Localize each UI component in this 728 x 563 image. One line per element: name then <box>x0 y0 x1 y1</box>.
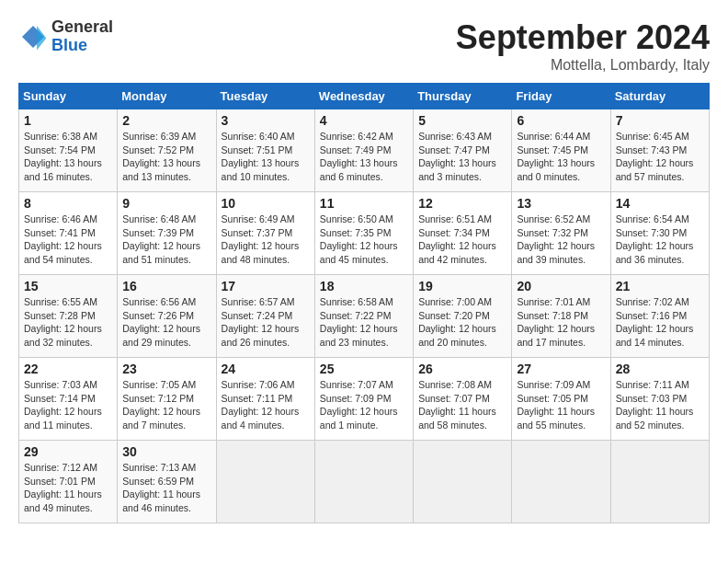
calendar-cell <box>610 441 709 523</box>
day-info: Sunrise: 6:58 AM Sunset: 7:22 PM Dayligh… <box>320 295 408 350</box>
day-number: 27 <box>517 362 605 376</box>
day-number: 8 <box>24 196 112 211</box>
day-number: 20 <box>517 279 605 293</box>
calendar-cell <box>314 441 413 523</box>
day-number: 7 <box>616 113 704 128</box>
day-number: 19 <box>418 279 506 293</box>
week-row-4: 22Sunrise: 7:03 AM Sunset: 7:14 PM Dayli… <box>19 358 710 441</box>
calendar-cell: 15Sunrise: 6:55 AM Sunset: 7:28 PM Dayli… <box>19 275 118 358</box>
day-number: 12 <box>418 196 506 211</box>
day-number: 15 <box>24 279 112 293</box>
day-info: Sunrise: 6:40 AM Sunset: 7:51 PM Dayligh… <box>222 130 310 184</box>
day-info: Sunrise: 7:03 AM Sunset: 7:14 PM Dayligh… <box>24 378 112 432</box>
calendar-cell: 20Sunrise: 7:01 AM Sunset: 7:18 PM Dayli… <box>512 275 610 358</box>
day-info: Sunrise: 6:54 AM Sunset: 7:30 PM Dayligh… <box>616 213 704 267</box>
day-info: Sunrise: 6:48 AM Sunset: 7:39 PM Dayligh… <box>122 213 210 267</box>
day-of-week-tuesday: Tuesday <box>216 84 314 109</box>
day-info: Sunrise: 6:43 AM Sunset: 7:47 PM Dayligh… <box>418 130 506 184</box>
svg-marker-1 <box>37 26 46 50</box>
logo-general: General <box>51 18 113 37</box>
day-info: Sunrise: 6:55 AM Sunset: 7:28 PM Dayligh… <box>24 295 112 350</box>
day-number: 24 <box>222 362 310 376</box>
day-info: Sunrise: 7:09 AM Sunset: 7:05 PM Dayligh… <box>517 378 605 432</box>
day-info: Sunrise: 6:57 AM Sunset: 7:24 PM Dayligh… <box>222 295 310 350</box>
calendar-table: SundayMondayTuesdayWednesdayThursdayFrid… <box>18 83 710 523</box>
calendar-body: 1Sunrise: 6:38 AM Sunset: 7:54 PM Daylig… <box>19 109 710 523</box>
day-info: Sunrise: 7:00 AM Sunset: 7:20 PM Dayligh… <box>418 295 506 350</box>
day-number: 14 <box>616 196 704 211</box>
day-info: Sunrise: 7:01 AM Sunset: 7:18 PM Dayligh… <box>517 295 605 350</box>
day-info: Sunrise: 6:46 AM Sunset: 7:41 PM Dayligh… <box>24 213 112 267</box>
day-info: Sunrise: 6:50 AM Sunset: 7:35 PM Dayligh… <box>320 213 408 267</box>
week-row-1: 1Sunrise: 6:38 AM Sunset: 7:54 PM Daylig… <box>19 109 710 192</box>
day-number: 9 <box>122 196 210 211</box>
calendar-cell: 28Sunrise: 7:11 AM Sunset: 7:03 PM Dayli… <box>610 358 709 441</box>
day-number: 2 <box>122 113 210 128</box>
calendar-cell: 11Sunrise: 6:50 AM Sunset: 7:35 PM Dayli… <box>314 192 413 275</box>
calendar-cell <box>414 441 512 523</box>
week-row-3: 15Sunrise: 6:55 AM Sunset: 7:28 PM Dayli… <box>19 275 710 358</box>
calendar-cell: 23Sunrise: 7:05 AM Sunset: 7:12 PM Dayli… <box>118 358 216 441</box>
title-area: September 2024 Mottella, Lombardy, Italy <box>456 18 710 74</box>
day-number: 21 <box>616 279 704 293</box>
calendar-cell: 21Sunrise: 7:02 AM Sunset: 7:16 PM Dayli… <box>610 275 709 358</box>
day-of-week-thursday: Thursday <box>414 84 512 109</box>
day-info: Sunrise: 7:05 AM Sunset: 7:12 PM Dayligh… <box>122 378 210 432</box>
day-number: 1 <box>24 113 112 128</box>
day-info: Sunrise: 7:12 AM Sunset: 7:01 PM Dayligh… <box>24 461 112 515</box>
day-info: Sunrise: 6:45 AM Sunset: 7:43 PM Dayligh… <box>616 130 704 184</box>
day-info: Sunrise: 7:08 AM Sunset: 7:07 PM Dayligh… <box>418 378 506 432</box>
day-number: 10 <box>222 196 310 211</box>
day-info: Sunrise: 7:06 AM Sunset: 7:11 PM Dayligh… <box>222 378 310 432</box>
calendar-header: SundayMondayTuesdayWednesdayThursdayFrid… <box>19 84 710 109</box>
calendar-cell <box>216 441 314 523</box>
calendar-cell: 10Sunrise: 6:49 AM Sunset: 7:37 PM Dayli… <box>216 192 314 275</box>
day-info: Sunrise: 6:39 AM Sunset: 7:52 PM Dayligh… <box>122 130 210 184</box>
day-number: 29 <box>24 444 112 459</box>
calendar-cell <box>512 441 610 523</box>
day-number: 17 <box>222 279 310 293</box>
calendar-cell: 22Sunrise: 7:03 AM Sunset: 7:14 PM Dayli… <box>19 358 118 441</box>
day-info: Sunrise: 6:49 AM Sunset: 7:37 PM Dayligh… <box>222 213 310 267</box>
day-of-week-monday: Monday <box>118 84 216 109</box>
day-info: Sunrise: 7:13 AM Sunset: 6:59 PM Dayligh… <box>122 461 210 515</box>
day-info: Sunrise: 6:42 AM Sunset: 7:49 PM Dayligh… <box>320 130 408 184</box>
day-info: Sunrise: 7:11 AM Sunset: 7:03 PM Dayligh… <box>616 378 704 432</box>
calendar-cell: 12Sunrise: 6:51 AM Sunset: 7:34 PM Dayli… <box>414 192 512 275</box>
day-number: 6 <box>517 113 605 128</box>
day-info: Sunrise: 7:02 AM Sunset: 7:16 PM Dayligh… <box>616 295 704 350</box>
header: General Blue September 2024 Mottella, Lo… <box>18 18 710 74</box>
day-of-week-saturday: Saturday <box>610 84 709 109</box>
calendar-cell: 2Sunrise: 6:39 AM Sunset: 7:52 PM Daylig… <box>118 109 216 192</box>
logo-text: General Blue <box>51 18 113 55</box>
calendar-cell: 3Sunrise: 6:40 AM Sunset: 7:51 PM Daylig… <box>216 109 314 192</box>
calendar-cell: 5Sunrise: 6:43 AM Sunset: 7:47 PM Daylig… <box>414 109 512 192</box>
calendar-cell: 9Sunrise: 6:48 AM Sunset: 7:39 PM Daylig… <box>118 192 216 275</box>
day-number: 23 <box>122 362 210 376</box>
logo: General Blue <box>18 18 113 55</box>
week-row-2: 8Sunrise: 6:46 AM Sunset: 7:41 PM Daylig… <box>19 192 710 275</box>
day-info: Sunrise: 7:07 AM Sunset: 7:09 PM Dayligh… <box>320 378 408 432</box>
day-number: 28 <box>616 362 704 376</box>
day-number: 30 <box>122 444 210 459</box>
week-row-5: 29Sunrise: 7:12 AM Sunset: 7:01 PM Dayli… <box>19 441 710 523</box>
day-number: 5 <box>418 113 506 128</box>
logo-icon <box>18 22 48 52</box>
day-number: 16 <box>122 279 210 293</box>
calendar-cell: 29Sunrise: 7:12 AM Sunset: 7:01 PM Dayli… <box>19 441 118 523</box>
day-info: Sunrise: 6:38 AM Sunset: 7:54 PM Dayligh… <box>24 130 112 184</box>
calendar-cell: 7Sunrise: 6:45 AM Sunset: 7:43 PM Daylig… <box>610 109 709 192</box>
calendar-cell: 17Sunrise: 6:57 AM Sunset: 7:24 PM Dayli… <box>216 275 314 358</box>
calendar-cell: 19Sunrise: 7:00 AM Sunset: 7:20 PM Dayli… <box>414 275 512 358</box>
day-number: 25 <box>320 362 408 376</box>
calendar-cell: 24Sunrise: 7:06 AM Sunset: 7:11 PM Dayli… <box>216 358 314 441</box>
calendar-cell: 1Sunrise: 6:38 AM Sunset: 7:54 PM Daylig… <box>19 109 118 192</box>
location-subtitle: Mottella, Lombardy, Italy <box>456 57 710 74</box>
calendar-cell: 13Sunrise: 6:52 AM Sunset: 7:32 PM Dayli… <box>512 192 610 275</box>
day-number: 11 <box>320 196 408 211</box>
day-of-week-friday: Friday <box>512 84 610 109</box>
month-title: September 2024 <box>456 18 710 57</box>
calendar-cell: 4Sunrise: 6:42 AM Sunset: 7:49 PM Daylig… <box>314 109 413 192</box>
day-info: Sunrise: 6:51 AM Sunset: 7:34 PM Dayligh… <box>418 213 506 267</box>
day-number: 22 <box>24 362 112 376</box>
